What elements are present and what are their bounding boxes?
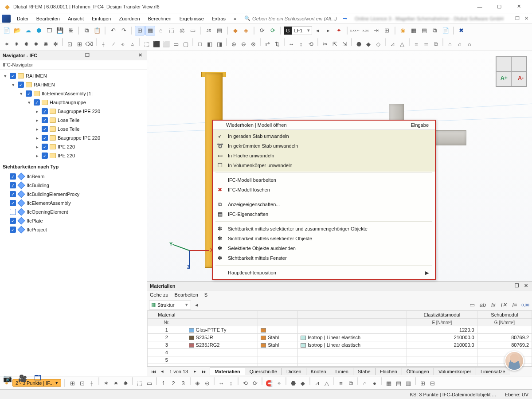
cell-edit-icon[interactable]: ▭	[467, 300, 477, 310]
co-icon[interactable]: ◈	[241, 26, 251, 35]
tree-row[interactable]: ▸ ✓ Baugruppe IPE 220	[1, 107, 146, 116]
extras-icon[interactable]: ✖	[457, 26, 466, 35]
tree-row[interactable]: ▸ ✓ Baugruppe IPE 220	[1, 133, 146, 142]
table-tab[interactable]: Knoten	[306, 368, 331, 375]
table-row[interactable]: 1 Glas-PTFE Ty 1220.0	[148, 326, 532, 334]
tree-row[interactable]: ▾ ✓ RAHMEN	[1, 71, 146, 80]
expander-icon[interactable]: ▾	[3, 73, 8, 79]
context-menu-item[interactable]: ➶ In geraden Stab umwandeln	[213, 131, 435, 141]
toolbar2-icon-17[interactable]: ⬛	[152, 39, 161, 49]
loadcase-selector[interactable]: G LF1 ▾	[284, 26, 312, 35]
cloud-icon[interactable]: ☁	[23, 26, 33, 35]
checkbox[interactable]: ✓	[10, 218, 16, 224]
mdi-minimize[interactable]: _	[505, 15, 512, 22]
panel-close-icon[interactable]: ✕	[137, 52, 144, 59]
dim-xx-icon[interactable]: x.xx	[361, 26, 371, 35]
bottombar-icon-34[interactable]: ⧉	[346, 379, 356, 388]
menu-zuordnen[interactable]: Zuordnen	[115, 15, 143, 23]
expander-icon[interactable]: ▸	[35, 144, 40, 150]
bottombar-icon-1[interactable]: ⊡	[77, 379, 87, 388]
checkbox[interactable]: ✓	[10, 173, 16, 180]
expander-icon[interactable]: ▸	[35, 109, 40, 114]
table-tab[interactable]: Stäbe	[353, 368, 376, 375]
sections-icon[interactable]: ▭	[188, 26, 198, 35]
toolbar2-icon-3[interactable]: ✹	[31, 39, 41, 49]
bottombar-icon-6[interactable]: ✸	[121, 379, 130, 388]
model-manager-icon[interactable]: 🗔	[44, 26, 54, 35]
toolbar2-icon-8[interactable]: ⊞	[74, 39, 84, 49]
toolbar2-icon-39[interactable]: ⇲	[340, 39, 349, 49]
results-toggle-icon[interactable]: ✦	[334, 26, 344, 35]
menu-ergebnisse[interactable]: Ergebnisse	[176, 15, 207, 23]
bottombar-icon-21[interactable]: ⟲	[240, 379, 250, 388]
menu-more[interactable]: »	[230, 15, 240, 23]
visibility-row[interactable]: ✓ IfcProject	[1, 225, 146, 234]
bottombar-icon-5[interactable]: ✷	[111, 379, 121, 388]
toolbar2-icon-23[interactable]: ◧	[205, 39, 215, 49]
expander-icon[interactable]: ▸	[35, 135, 40, 141]
bottombar-icon-43[interactable]: ⊞	[418, 379, 427, 388]
toolbar2-icon-18[interactable]: ⬜	[161, 39, 171, 49]
checkbox[interactable]: ✓	[10, 209, 16, 215]
col-material[interactable]: Material	[148, 311, 186, 319]
table-tab[interactable]: Linien	[331, 368, 353, 375]
report-icon[interactable]: 📄	[441, 26, 450, 35]
tree-row[interactable]: ▾ ✓ IfcElementAssembly [1]	[1, 89, 146, 98]
toolbar2-icon-13[interactable]: ⟐	[118, 39, 128, 49]
mat-menu-edit[interactable]: Bearbeiten	[175, 292, 198, 297]
bottombar-icon-19[interactable]: ↕	[226, 379, 236, 388]
print-icon[interactable]: 🖶	[66, 26, 75, 35]
menu-extras[interactable]: Extras	[208, 15, 229, 23]
checkbox[interactable]: ✓	[42, 117, 48, 123]
render-icon[interactable]: ◉	[398, 26, 408, 35]
expander-icon[interactable]: ▾	[27, 100, 32, 106]
toolbar2-icon-42[interactable]: ◆	[364, 39, 373, 49]
block-icon[interactable]: ⬢	[34, 26, 43, 35]
toolbar2-icon-28[interactable]: ⊗	[248, 39, 258, 49]
tree-row[interactable]: ▾ ✓ RAHMEN	[1, 80, 146, 89]
printout-icon[interactable]: 🗔	[33, 373, 43, 383]
values-icon[interactable]: ⊞	[382, 26, 392, 35]
bottombar-icon-41[interactable]: ▥	[403, 379, 413, 388]
col-emod[interactable]: Elastizitätsmodul	[407, 311, 477, 319]
context-menu-item[interactable]: ▭ In Fläche umwandeln	[213, 151, 435, 160]
layers-icon[interactable]: ▦	[409, 26, 419, 35]
bottombar-icon-31[interactable]: △	[322, 379, 332, 388]
ctx-header-left[interactable]: Wiederholen | Modell öffnen	[226, 122, 287, 128]
page-last-icon[interactable]: ⏭	[200, 368, 208, 376]
lc-prev-icon[interactable]: ◂	[313, 26, 323, 35]
table-row[interactable]: 3 S235JRG2 Stahl Isotrop | Linear elasti…	[148, 341, 532, 349]
toolbar2-icon-22[interactable]: □	[195, 39, 205, 49]
navigator-toggle[interactable]: ⊞	[135, 26, 145, 35]
context-menu[interactable]: Wiederholen | Modell öffnen Eingabe ➶ In…	[212, 120, 436, 280]
checkbox[interactable]: ✓	[42, 108, 48, 114]
table-tab[interactable]: Dicken	[282, 368, 306, 375]
dim-ico-icon[interactable]: ⇥	[372, 26, 381, 35]
bottombar-icon-30[interactable]: ⊿	[312, 379, 322, 388]
table-row[interactable]: 2 S235JR Stahl Isotrop | Linear elastisc…	[148, 334, 532, 341]
toolbar2-icon-2[interactable]: ✸	[21, 39, 31, 49]
bottombar-icon-15[interactable]: ⊕	[192, 379, 202, 388]
visibility-row[interactable]: ✓ IfcElementAssembly	[1, 199, 146, 207]
fx-icon[interactable]: fx	[489, 300, 498, 310]
bottombar-icon-25[interactable]: ⌖	[274, 379, 284, 388]
open-icon[interactable]: 📂	[12, 26, 22, 35]
toolbar2-icon-52[interactable]: ⌂	[445, 39, 455, 49]
menu-bearbeiten[interactable]: Bearbeiten	[33, 15, 63, 23]
expander-icon[interactable]: ▾	[11, 82, 16, 88]
toolbar2-icon-16[interactable]: ⬚	[142, 39, 152, 49]
undo-icon[interactable]: ↶	[108, 26, 118, 35]
close-button[interactable]: ✕	[509, 0, 528, 13]
expander-icon[interactable]: ▸	[35, 153, 40, 159]
bottombar-icon-11[interactable]: 1	[159, 379, 168, 388]
toolbar2-icon-7[interactable]: ⊡	[65, 39, 74, 49]
console-icon[interactable]: ▤	[215, 26, 224, 35]
mdi-close[interactable]: ✕	[522, 15, 530, 22]
toolbar2-icon-26[interactable]: ⊕	[229, 39, 239, 49]
bottombar-icon-16[interactable]: ⊖	[202, 379, 212, 388]
bottombar-icon-4[interactable]: ✶	[101, 379, 111, 388]
addon-icon[interactable]: ⬚	[167, 26, 176, 35]
tree-row[interactable]: ▾ ✓ Hauptbaugruppe	[1, 98, 146, 107]
bottombar-icon-12[interactable]: 2	[168, 379, 178, 388]
toolbar2-icon-50[interactable]: ⧉	[431, 39, 441, 49]
